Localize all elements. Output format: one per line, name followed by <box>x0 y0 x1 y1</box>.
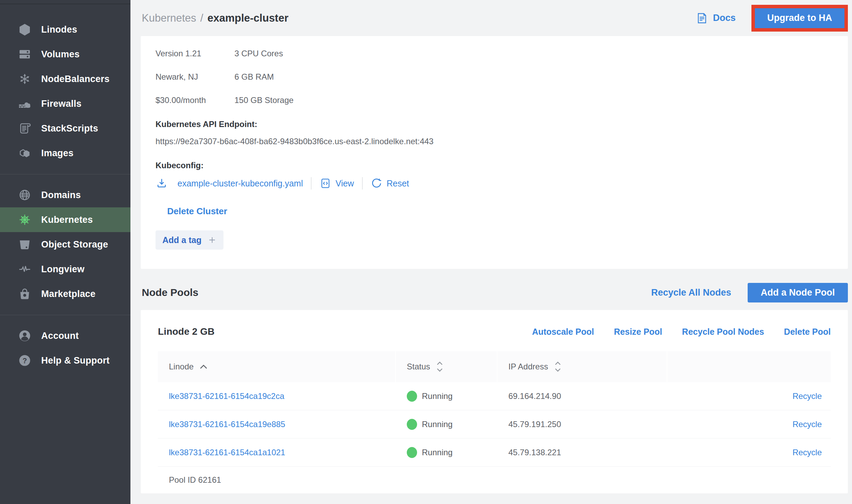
recycle-node-link[interactable]: Recycle <box>793 391 822 401</box>
sidebar-item-label: Object Storage <box>41 239 108 250</box>
sidebar-item-label: Help & Support <box>41 355 110 366</box>
separator <box>311 177 311 190</box>
sidebar-item-kubernetes[interactable]: Kubernetes <box>0 207 130 232</box>
cluster-price: $30.00/month <box>156 95 234 105</box>
page-header: Kubernetes / example-cluster Docs Upgrad… <box>130 0 852 36</box>
sidebar-item-label: Linodes <box>41 24 77 35</box>
sidebar-item-images[interactable]: Images <box>0 141 130 165</box>
kubeconfig-actions: example-cluster-kubeconfig.yaml View <box>156 177 833 190</box>
sidebar-item-longview[interactable]: Longview <box>0 257 130 282</box>
status-running-dot <box>407 447 417 458</box>
cluster-storage: 150 GB Storage <box>234 95 361 105</box>
kubeconfig-filename: example-cluster-kubeconfig.yaml <box>177 179 303 188</box>
upgrade-highlight-border: Upgrade to HA <box>751 5 848 32</box>
node-pools-header: Node Pools Recycle All Nodes Add a Node … <box>130 283 852 302</box>
recycle-node-link[interactable]: Recycle <box>793 420 822 429</box>
delete-cluster-button[interactable]: Delete Cluster <box>167 206 227 217</box>
sidebar-item-marketplace[interactable]: Marketplace <box>0 282 130 306</box>
breadcrumb-cluster-name: example-cluster <box>207 12 288 24</box>
cluster-region: Newark, NJ <box>156 72 234 82</box>
pool-table-header: Linode Status IP Address <box>158 351 831 382</box>
status-label: Running <box>422 420 452 429</box>
cluster-ram: 6 GB RAM <box>234 72 361 82</box>
reset-refresh-icon <box>371 177 382 189</box>
node-ip: 45.79.191.250 <box>497 420 667 429</box>
sidebar-item-label: Kubernetes <box>41 215 93 225</box>
add-node-pool-button[interactable]: Add a Node Pool <box>748 283 848 302</box>
api-endpoint-url: https://9e2a7307-b6ac-408f-ba62-9483b0b3… <box>156 137 833 146</box>
upgrade-to-ha-button[interactable]: Upgrade to HA <box>755 8 844 28</box>
node-pools-title: Node Pools <box>142 287 198 298</box>
sidebar-item-object-storage[interactable]: Object Storage <box>0 232 130 257</box>
status-label: Running <box>422 391 452 401</box>
autoscale-pool-link[interactable]: Autoscale Pool <box>532 327 594 337</box>
kubeconfig-download-link[interactable]: example-cluster-kubeconfig.yaml <box>156 177 303 190</box>
node-ip: 45.79.138.221 <box>497 448 667 457</box>
question-icon: ? <box>18 354 32 367</box>
table-row: lke38731-62161-6154ca19e885 Running 45.7… <box>158 410 831 438</box>
shopping-bag-icon <box>18 287 32 301</box>
sidebar-item-label: StackScripts <box>41 123 98 134</box>
table-row: lke38731-62161-6154ca19c2ca Running 69.1… <box>158 382 831 410</box>
add-tag-button[interactable]: Add a tag <box>156 230 223 250</box>
sidebar: Linodes Volumes <box>0 0 130 504</box>
download-icon <box>156 177 168 190</box>
node-pool-card: Linode 2 GB Autoscale Pool Resize Pool R… <box>141 310 848 493</box>
domains-icon <box>18 188 32 202</box>
api-endpoint-label: Kubernetes API Endpoint: <box>156 119 833 129</box>
cluster-cpu: 3 CPU Cores <box>234 48 361 58</box>
column-header-linode[interactable]: Linode <box>158 351 396 382</box>
node-ip: 69.164.214.90 <box>497 391 667 401</box>
sidebar-item-nodebalancers[interactable]: NodeBalancers <box>0 67 130 91</box>
delete-pool-link[interactable]: Delete Pool <box>784 327 831 337</box>
node-link[interactable]: lke38731-62161-6154ca19c2ca <box>169 391 284 401</box>
sidebar-item-label: Marketplace <box>41 289 95 299</box>
svg-text:?: ? <box>22 357 27 365</box>
column-header-empty <box>667 351 831 382</box>
node-link[interactable]: lke38731-62161-6154ca1a1021 <box>169 448 285 457</box>
docs-link[interactable]: Docs <box>696 12 736 24</box>
column-header-status[interactable]: Status <box>396 351 497 382</box>
breadcrumb-separator: / <box>200 12 204 24</box>
sidebar-item-stackscripts[interactable]: StackScripts <box>0 116 130 141</box>
node-link[interactable]: lke38731-62161-6154ca19e885 <box>169 420 285 429</box>
column-header-ip-address[interactable]: IP Address <box>497 351 667 382</box>
sidebar-item-firewalls[interactable]: Firewalls <box>0 91 130 116</box>
sidebar-item-linodes[interactable]: Linodes <box>0 17 130 42</box>
recycle-all-nodes-link[interactable]: Recycle All Nodes <box>651 287 731 298</box>
code-view-icon <box>320 177 331 189</box>
docs-label: Docs <box>713 13 736 23</box>
cluster-summary-card: Version 1.21 3 CPU Cores Newark, NJ 6 GB… <box>141 36 848 269</box>
sidebar-item-label: Images <box>41 148 73 159</box>
pulse-icon <box>18 262 32 276</box>
sidebar-item-volumes[interactable]: Volumes <box>0 42 130 67</box>
breadcrumb-kubernetes-link[interactable]: Kubernetes <box>142 12 196 24</box>
pool-actions: Autoscale Pool Resize Pool Recycle Pool … <box>532 327 831 337</box>
recycle-node-link[interactable]: Recycle <box>793 448 822 457</box>
cluster-specs: Version 1.21 3 CPU Cores Newark, NJ 6 GB… <box>156 48 361 105</box>
kubeconfig-view-link[interactable]: View <box>320 177 354 189</box>
stackscripts-icon <box>18 122 32 135</box>
images-icon <box>18 146 32 160</box>
sidebar-divider <box>0 306 130 323</box>
docs-icon <box>696 12 708 24</box>
kubeconfig-reset-link[interactable]: Reset <box>371 177 409 189</box>
main-content: Kubernetes / example-cluster Docs Upgrad… <box>130 0 852 504</box>
plus-icon <box>208 236 217 244</box>
column-label: IP Address <box>508 362 548 371</box>
reset-label: Reset <box>387 179 409 188</box>
volumes-icon <box>18 47 32 61</box>
sidebar-item-label: Account <box>41 331 79 341</box>
sort-ascending-icon <box>199 364 208 369</box>
resize-pool-link[interactable]: Resize Pool <box>614 327 662 337</box>
sidebar-item-account[interactable]: Account <box>0 323 130 348</box>
pool-table: Linode Status IP Address <box>158 351 831 493</box>
linode-icon <box>18 23 32 36</box>
sidebar-item-domains[interactable]: Domains <box>0 183 130 207</box>
recycle-pool-nodes-link[interactable]: Recycle Pool Nodes <box>682 327 764 337</box>
pool-header: Linode 2 GB Autoscale Pool Resize Pool R… <box>158 320 831 343</box>
sidebar-item-help-support[interactable]: ? Help & Support <box>0 348 130 373</box>
sort-both-icon <box>554 360 562 373</box>
view-label: View <box>335 179 354 188</box>
kubernetes-icon <box>18 213 32 227</box>
